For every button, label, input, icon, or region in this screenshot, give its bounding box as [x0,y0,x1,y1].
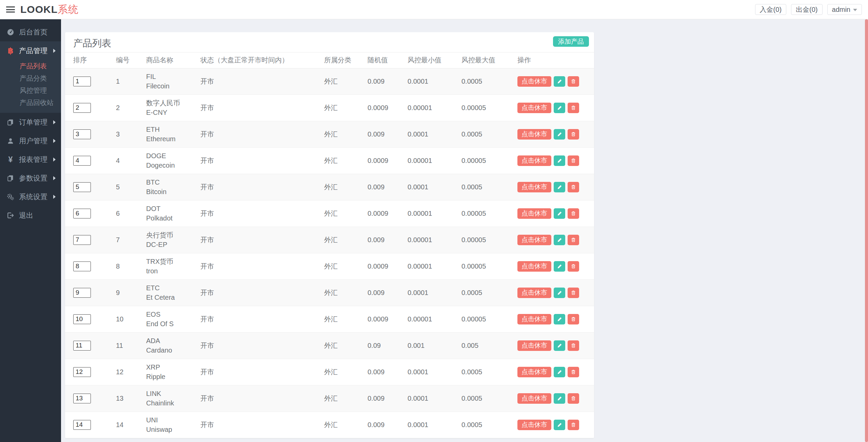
sort-input[interactable] [73,341,91,351]
delete-button[interactable] [568,261,579,272]
close-market-button[interactable]: 点击休市 [517,393,551,404]
submenu-arrow-icon [53,139,56,143]
edit-button[interactable] [554,420,565,430]
add-product-button[interactable]: 添加产品 [553,36,589,47]
sort-input[interactable] [73,314,91,324]
close-market-button[interactable]: 点击休市 [517,261,551,272]
pencil-icon [557,131,563,137]
sidebar-item-users[interactable]: 用户管理 [0,131,61,150]
close-market-button[interactable]: 点击休市 [517,103,551,113]
sort-input[interactable] [73,367,91,377]
sidebar-item-parameters[interactable]: 参数设置 [0,169,61,187]
product-status: 开市 [200,200,324,227]
delete-button[interactable] [568,129,579,140]
sidebar-item-logout[interactable]: 退出 [0,206,61,225]
close-market-button[interactable]: 点击休市 [517,129,551,140]
sidebar: 后台首页 ฿ 产品管理 产品列表 产品分类 风控管理 产品回收站 订单管理 用户… [0,19,61,442]
edit-button[interactable] [554,340,565,351]
product-risk-max: 0.0005 [461,412,517,438]
product-fullname: DC-EP [146,240,200,249]
submenu-arrow-icon [53,120,56,124]
edit-button[interactable] [554,182,565,192]
product-risk-min: 0.00001 [408,200,461,227]
trash-icon [571,264,576,269]
brand-suffix: 系统 [58,3,79,17]
sidebar-item-product-category[interactable]: 产品分类 [0,72,61,84]
product-fullname: Bitcoin [146,187,200,196]
close-market-button[interactable]: 点击休市 [517,208,551,219]
sort-input[interactable] [73,103,91,113]
table-row: 9 ETCEt Cetera 开市 外汇 0.009 0.0001 0.0005… [65,279,594,306]
close-market-button[interactable]: 点击休市 [517,420,551,430]
sidebar-item-settings[interactable]: 系统设置 [0,187,61,206]
delete-button[interactable] [568,314,579,324]
withdraw-button[interactable]: 出金(0) [791,4,822,15]
delete-button[interactable] [568,155,579,166]
edit-button[interactable] [554,367,565,377]
edit-button[interactable] [554,393,565,404]
sort-input[interactable] [73,235,91,245]
delete-button[interactable] [568,367,579,377]
product-fullname: Uniswap [146,425,200,434]
edit-button[interactable] [554,235,565,245]
user-name: admin [832,6,850,14]
sidebar-item-orders[interactable]: 订单管理 [0,113,61,131]
edit-button[interactable] [554,288,565,298]
product-random-value: 0.0009 [368,94,408,121]
close-market-button[interactable]: 点击休市 [517,340,551,351]
edit-button[interactable] [554,314,565,324]
sort-input[interactable] [73,288,91,298]
sort-input[interactable] [73,394,91,403]
close-market-button[interactable]: 点击休市 [517,155,551,166]
product-risk-min: 0.001 [408,332,461,359]
sort-input[interactable] [73,261,91,271]
sort-input[interactable] [73,156,91,166]
delete-button[interactable] [568,288,579,298]
sidebar-item-product-recycle[interactable]: 产品回收站 [0,97,61,109]
close-market-button[interactable]: 点击休市 [517,235,551,245]
edit-button[interactable] [554,129,565,140]
deposit-button[interactable]: 入金(0) [755,4,786,15]
product-fullname: Chainlink [146,398,200,408]
submenu-arrow-icon [53,195,56,199]
sidebar-item-dashboard[interactable]: 后台首页 [0,23,61,41]
edit-button[interactable] [554,103,565,113]
delete-button[interactable] [568,103,579,113]
sort-input[interactable] [73,129,91,139]
product-risk-min: 0.0001 [408,68,461,94]
product-status: 开市 [200,68,324,94]
sidebar-item-risk-management[interactable]: 风控管理 [0,84,61,97]
close-market-button[interactable]: 点击休市 [517,76,551,87]
delete-button[interactable] [568,340,579,351]
close-market-button[interactable]: 点击休市 [517,367,551,377]
sort-input[interactable] [73,182,91,192]
delete-button[interactable] [568,182,579,192]
brand-logo: LOOKL系统 [20,3,79,17]
close-market-button[interactable]: 点击休市 [517,314,551,324]
sidebar-item-product-management[interactable]: ฿ 产品管理 [0,41,61,60]
user-dropdown[interactable]: admin [827,4,862,15]
sort-input[interactable] [73,77,91,86]
sidebar-item-product-list[interactable]: 产品列表 [0,60,61,72]
trash-icon [571,237,576,243]
sidebar-item-reports[interactable]: ¥ 报表管理 [0,150,61,169]
edit-button[interactable] [554,208,565,219]
close-market-button[interactable]: 点击休市 [517,288,551,298]
edit-button[interactable] [554,261,565,272]
delete-button[interactable] [568,235,579,245]
delete-button[interactable] [568,76,579,87]
delete-button[interactable] [568,208,579,219]
delete-button[interactable] [568,420,579,430]
delete-button[interactable] [568,393,579,404]
pencil-icon [557,237,563,243]
product-symbol: ETC [146,283,200,293]
menu-toggle-icon[interactable] [6,6,15,13]
sort-input[interactable] [73,420,91,430]
edit-button[interactable] [554,76,565,87]
close-market-button[interactable]: 点击休市 [517,182,551,192]
page-scrollbar[interactable] [865,19,868,442]
product-risk-max: 0.00005 [461,227,517,253]
sort-input[interactable] [73,209,91,218]
edit-button[interactable] [554,155,565,166]
product-category: 外汇 [324,200,368,227]
